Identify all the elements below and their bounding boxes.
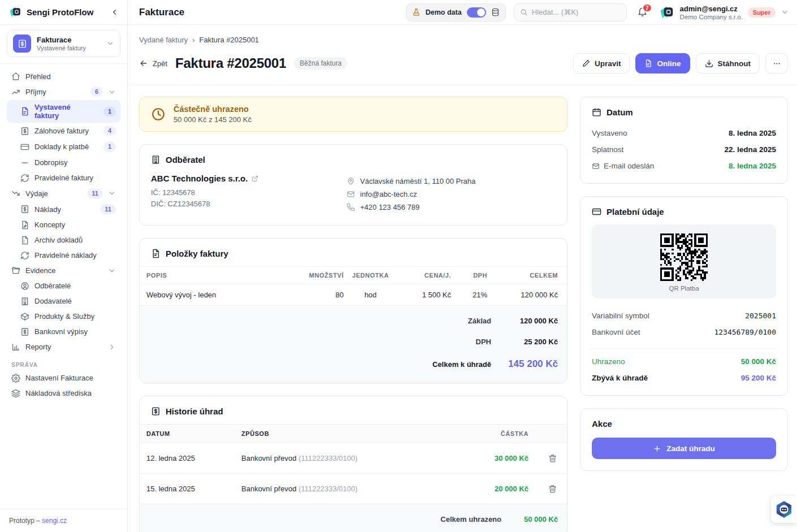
edit-button[interactable]: Upravit <box>573 53 630 73</box>
module-title: Fakturace <box>37 36 101 44</box>
sidebar-item-koncepty[interactable]: Koncepty <box>7 218 120 232</box>
paid-label: Uhrazeno <box>592 357 625 366</box>
sidebar-item-reporty[interactable]: Reporty <box>7 340 120 354</box>
remaining-to-pay-value: 95 200 Kč <box>741 374 776 382</box>
sidebar-item-archiv-dokladu[interactable]: Archiv dokladů <box>7 233 120 248</box>
notifications-button[interactable]: 7 <box>637 7 648 18</box>
payment-row: 12. ledna 2025 Bankovní převod (11122233… <box>140 443 567 474</box>
summary-base-label: Základ <box>468 317 491 325</box>
alert-title: Částečně uhrazeno <box>174 105 252 114</box>
sidebar-item-naklady[interactable]: Náklady 11 <box>7 202 120 217</box>
payment-row: 15. ledna 2025 Bankovní převod (11122233… <box>140 474 567 504</box>
delete-payment-button[interactable] <box>547 453 558 464</box>
sidebar-item-label: Evidence <box>25 266 55 275</box>
sidebar-item-prijmy[interactable]: Příjmy 6 <box>7 84 120 100</box>
search-input[interactable] <box>532 8 621 16</box>
sidebar-item-doklady-k-platbe[interactable]: Doklady k platbě 1 <box>7 139 120 154</box>
sidebar-item-vystavene-faktury[interactable]: Vystavené faktury 1 <box>7 100 120 123</box>
more-actions-button[interactable] <box>765 53 788 73</box>
trending-up-icon <box>11 88 20 97</box>
download-button[interactable]: Stáhnout <box>696 53 760 73</box>
bank-account-label: Bankovní účet <box>592 328 640 336</box>
assistant-launcher-button[interactable] <box>771 496 797 523</box>
summary-total-value: 145 200 Kč <box>491 358 558 370</box>
customer-name-link[interactable]: ABC Technologies s.r.o. <box>151 174 333 183</box>
sidebar-item-label: Zálohové faktury <box>34 127 89 135</box>
ellipsis-icon <box>772 59 782 68</box>
refresh-icon <box>20 251 29 260</box>
sidebar-item-dobropisy[interactable]: Dobropisy <box>7 155 120 170</box>
actions-card-header: Akce <box>581 409 787 436</box>
global-search[interactable] <box>514 3 627 21</box>
total-paid-row: Celkem uhrazeno 50 000 Kč <box>149 509 558 530</box>
invoice-items-header: Položky faktury <box>140 239 567 266</box>
online-button[interactable]: Online <box>635 53 690 73</box>
search-icon <box>520 8 527 16</box>
sengi-link[interactable]: sengi.cz <box>42 517 67 525</box>
package-icon <box>20 312 29 321</box>
sidebar-item-label: Náklady <box>34 205 61 214</box>
count-badge: 11 <box>87 189 103 198</box>
due-row: Splatnost 22. ledna 2025 <box>592 141 776 158</box>
building-icon <box>151 155 161 165</box>
sidebar-item-label: Reporty <box>25 343 51 351</box>
payment-date: 15. ledna 2025 <box>146 485 241 493</box>
sidebar-item-nastaveni-fakturace[interactable]: Nastavení Fakturace <box>7 371 120 386</box>
count-badge: 1 <box>103 142 116 152</box>
back-button[interactable]: Zpět <box>139 59 167 68</box>
folder-icon <box>11 266 20 275</box>
sidebar-item-odberatele[interactable]: Odběratelé <box>7 279 120 293</box>
payment-method: Bankovní převod (111222333/0100) <box>241 454 455 462</box>
add-payment-button[interactable]: Zadat úhradu <box>592 438 776 459</box>
payment-info-title: Platební údaje <box>607 207 664 217</box>
customer-card-body: ABC Technologies s.r.o. IČ: 12345678 DIČ… <box>140 172 567 225</box>
sidebar-item-zalohove-faktury[interactable]: Zálohové faktury 4 <box>7 123 120 139</box>
breadcrumb-parent[interactable]: Vydané faktury <box>139 36 188 44</box>
sidebar-item-nakladova-strediska[interactable]: Nákladová střediska <box>7 386 120 401</box>
sidebar-item-produkty-sluzby[interactable]: Produkty & Služby <box>7 309 120 324</box>
sidebar-item-dodavatele[interactable]: Dodavatelé <box>7 294 120 309</box>
home-icon <box>11 72 20 81</box>
sidebar-item-prehled[interactable]: Přehled <box>7 69 120 84</box>
delete-payment-button[interactable] <box>547 483 558 494</box>
sidebar-item-vydaje[interactable]: Výdaje 11 <box>7 186 120 201</box>
phone-icon <box>346 203 355 211</box>
sidebar-item-pravidelne-naklady[interactable]: Pravidelné náklady <box>7 248 120 263</box>
calendar-icon <box>592 107 601 117</box>
trash-icon <box>548 485 557 493</box>
sidebar-item-label: Odběratelé <box>34 282 71 290</box>
file-edit-icon <box>20 220 29 230</box>
user-menu[interactable]: admin@sengi.cz Demo Company s.r.o. Super <box>658 4 789 21</box>
sidebar-item-evidence[interactable]: Evidence <box>7 263 120 278</box>
user-avatar <box>658 4 675 21</box>
total-paid-label: Celkem uhrazeno <box>440 515 501 524</box>
dates-card: Datum Vystaveno 8. ledna 2025 Splatnost … <box>580 97 788 184</box>
customer-address: Václavské náměstí 1, 110 00 Praha <box>360 177 475 185</box>
credit-card-icon <box>592 207 601 217</box>
database-icon[interactable] <box>491 8 500 16</box>
sidebar-item-label: Pravidelné náklady <box>34 251 97 259</box>
qr-payment-box: QR Platba <box>592 224 776 299</box>
module-subtitle: Vystavené faktury <box>37 45 101 51</box>
sidebar-collapse-button[interactable] <box>108 6 120 19</box>
chevron-right-icon <box>108 343 116 351</box>
app-switcher[interactable]: Fakturace Vystavené faktury <box>7 30 120 57</box>
payment-account: (111222333/0100) <box>298 485 357 493</box>
sidebar-item-pravidelne-faktury[interactable]: Pravidelné faktury <box>7 171 120 185</box>
chevron-down-icon <box>108 88 116 96</box>
prototype-label: Prototyp <box>9 517 34 525</box>
sidebar-item-bankovni-vypisy[interactable]: Bankovní výpisy <box>7 325 120 339</box>
due-label: Splatnost <box>592 145 623 154</box>
demo-data-toggle[interactable] <box>467 7 486 18</box>
count-badge: 11 <box>100 205 116 214</box>
trending-down-icon <box>11 189 20 198</box>
cash-document-icon <box>151 406 161 416</box>
summary-vat-label: DPH <box>476 338 491 346</box>
customer-email: info@abc-tech.cz <box>360 190 417 198</box>
summary-base-value: 120 000 Kč <box>491 317 558 325</box>
sidebar-item-label: Nákladová střediska <box>25 389 92 397</box>
map-pin-icon <box>346 177 355 185</box>
sengi-logo-icon <box>8 5 22 19</box>
column-unit-price: CENA/J. <box>397 272 451 279</box>
variable-symbol-value: 2025001 <box>745 312 776 320</box>
